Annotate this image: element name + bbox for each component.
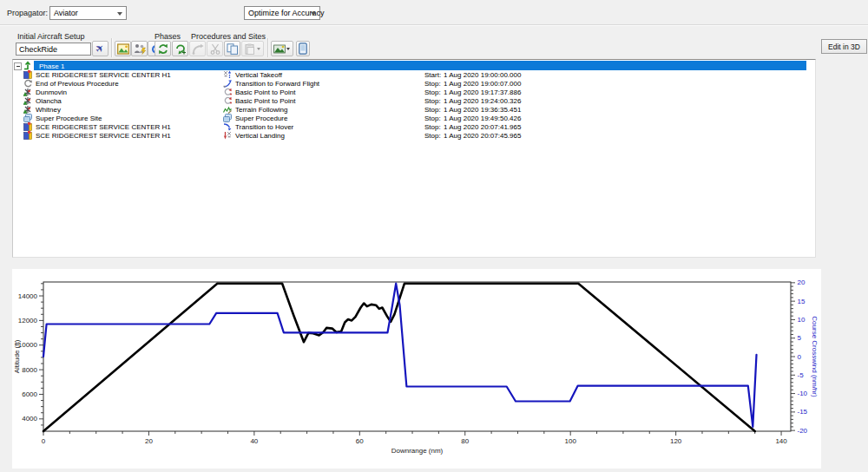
catalog-image-icon (117, 43, 129, 55)
svg-text:0: 0 (42, 437, 46, 445)
end-of-previous-icon (23, 79, 32, 88)
phase-icon (23, 61, 33, 70)
device-icon (299, 43, 307, 55)
site-label: SCE RIDGECREST SERVICE CENTER H1 (36, 132, 171, 140)
procedure-row[interactable]: OlanchaBasic Point to PointStop:1 Aug 20… (13, 96, 815, 105)
svg-text:-5: -5 (798, 371, 805, 379)
phase-selection-bar (34, 61, 806, 70)
navaid-icon (23, 96, 32, 105)
time-type-label: Stop: (424, 88, 441, 96)
helipad-icon (23, 131, 32, 140)
performance-models-button[interactable] (131, 41, 148, 56)
svg-text:15: 15 (798, 298, 806, 305)
svg-text:-20: -20 (798, 427, 808, 435)
site-label: Whitney (36, 106, 61, 114)
svg-text:20: 20 (145, 437, 153, 445)
super-procedure-icon (223, 114, 232, 122)
paste-icon (244, 43, 256, 55)
time-type-label: Stop: (424, 123, 441, 131)
procedure-label: Basic Point to Point (235, 88, 295, 96)
procedure-row[interactable]: DunmovinBasic Point to PointStop:1 Aug 2… (13, 88, 815, 96)
chevron-down-icon (117, 12, 122, 16)
time-value: 1 Aug 2020 20:07:45.965 (444, 132, 521, 140)
optimize-select[interactable]: Optimize for Accuracy (244, 6, 320, 20)
copy-icon (227, 43, 239, 55)
collapse-expander-icon[interactable] (14, 62, 22, 70)
chevron-down-icon (257, 48, 260, 50)
time-value: 1 Aug 2020 19:00:00.000 (444, 71, 521, 79)
svg-text:Downrange (nm): Downrange (nm) (391, 447, 444, 455)
vertical-landing-icon (223, 131, 232, 140)
svg-text:Course Crosswind (nm/hr): Course Crosswind (nm/hr) (811, 316, 819, 397)
vertical-takeoff-icon (223, 70, 232, 79)
time-value: 1 Aug 2020 20:07:41.965 (444, 123, 521, 131)
propagator-label: Propagator: (7, 9, 48, 17)
paste-button[interactable] (241, 41, 264, 56)
copy-button[interactable] (224, 41, 240, 56)
navaid-icon (23, 88, 32, 96)
svg-text:40: 40 (250, 437, 258, 445)
procedure-row[interactable]: SCE RIDGECREST SERVICE CENTER H1Transiti… (13, 122, 815, 131)
initial-aircraft-setup-label: Initial Aircraft Setup (17, 32, 85, 41)
procedure-row[interactable]: SCE RIDGECREST SERVICE CENTER H1Vertical… (13, 131, 815, 140)
point-to-point-icon (223, 88, 232, 96)
procedure-label: Vertical Landing (235, 132, 285, 140)
site-label: Olancha (36, 97, 62, 105)
insert-procedure-button[interactable] (189, 41, 206, 56)
time-value: 1 Aug 2020 19:36:35.451 (444, 106, 521, 114)
site-label: Super Procedure Site (36, 115, 102, 122)
catalog-button[interactable] (115, 41, 131, 56)
procedure-label: Basic Point to Point (235, 97, 295, 105)
svg-text:Altitude (ft): Altitude (ft) (13, 339, 21, 373)
chevron-down-icon (286, 48, 290, 50)
phases-label: Phases (155, 32, 181, 41)
helipad-icon (23, 70, 32, 79)
time-type-label: Stop: (424, 115, 441, 122)
svg-text:14000: 14000 (18, 292, 38, 300)
svg-text:80: 80 (461, 437, 469, 445)
procedure-list: Phase 1 SCE RIDGECREST SERVICE CENTER H1… (12, 59, 816, 258)
transition-hover-icon (223, 122, 232, 131)
time-type-label: Start: (424, 71, 441, 79)
add-phase-button[interactable] (172, 41, 188, 56)
propagator-value: Aviator (54, 9, 78, 17)
terrain-following-icon (223, 105, 232, 114)
profile-graph: 0204060801001201404000600080001000012000… (12, 269, 821, 469)
aircraft-setup-value: CheckRide (19, 45, 57, 54)
svg-text:0: 0 (798, 353, 802, 361)
svg-text:8000: 8000 (22, 366, 37, 374)
select-aircraft-button[interactable]: ✈ (92, 41, 108, 56)
propagator-select[interactable]: Aviator (49, 6, 127, 20)
chevron-down-icon (311, 12, 316, 16)
svg-text:100: 100 (565, 437, 577, 445)
site-label: End of Previous Procedure (36, 80, 119, 88)
aircraft-setup-input[interactable]: CheckRide (16, 43, 91, 56)
svg-text:20: 20 (798, 279, 806, 286)
svg-text:-15: -15 (798, 408, 808, 416)
svg-text:-10: -10 (798, 390, 808, 397)
insert-phase-button[interactable] (155, 41, 171, 56)
toolbar-group-separator (111, 38, 113, 57)
procedure-row[interactable]: End of Previous ProcedureTransition to F… (13, 79, 815, 88)
aircraft-icon: ✈ (94, 42, 108, 56)
time-type-label: Stop: (424, 80, 441, 88)
procedure-row[interactable]: SCE RIDGECREST SERVICE CENTER H1Vertical… (13, 70, 815, 79)
procedure-row[interactable]: Super Procedure SiteSuper ProcedureStop:… (13, 114, 815, 122)
phase-row[interactable]: Phase 1 (13, 61, 815, 70)
svg-text:6000: 6000 (22, 390, 37, 398)
navaid-icon (23, 105, 32, 114)
calculator-button[interactable] (296, 41, 310, 56)
super-procedure-icon (23, 114, 32, 122)
add-phase-icon (174, 43, 187, 55)
add-site-icon (273, 43, 286, 55)
edit-in-3d-button[interactable]: Edit in 3D (821, 39, 867, 54)
procedure-row[interactable]: WhitneyTerrain FollowingStop:1 Aug 2020 … (13, 105, 815, 114)
cut-button[interactable] (207, 41, 223, 56)
add-site-button[interactable] (271, 41, 293, 56)
svg-text:140: 140 (775, 437, 787, 445)
toolbar-separator (0, 24, 868, 26)
site-label: Dunmovin (36, 88, 67, 96)
svg-text:4000: 4000 (22, 415, 37, 423)
toolbar-group-separator (267, 38, 269, 57)
procedure-label: Terrain Following (235, 106, 287, 114)
